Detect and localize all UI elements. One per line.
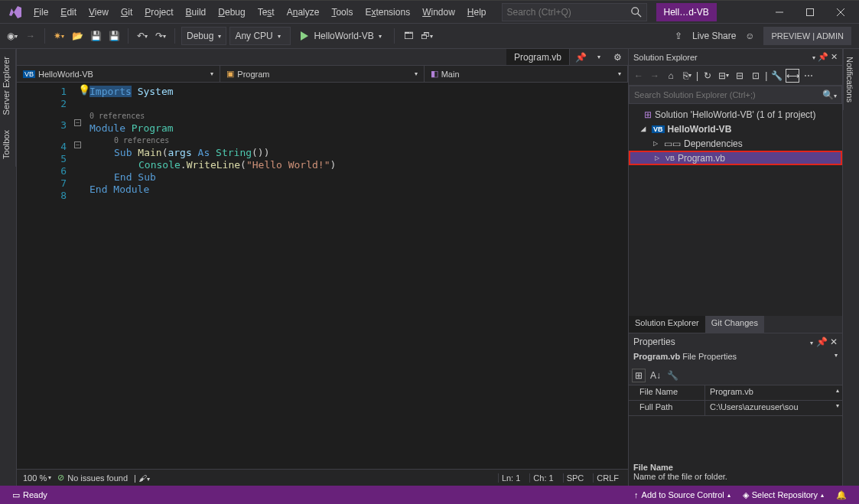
filter-icon[interactable]: ⊟▾ [717, 69, 730, 83]
menu-analyze[interactable]: Analyze [281, 4, 326, 21]
open-icon[interactable]: 📂 [70, 28, 85, 44]
close-icon[interactable]: ✕ [831, 52, 838, 61]
nav-member[interactable]: ◧Main▾ [425, 66, 628, 82]
lightbulb-icon[interactable]: 💡 [78, 84, 90, 96]
pin-icon[interactable]: 📌 [816, 337, 828, 347]
tab-server-explorer[interactable]: Server Explorer [0, 49, 16, 122]
panel-dropdown-icon[interactable]: ▾ [810, 340, 813, 346]
prop-val-fullpath[interactable]: C:\Users\azureuser\sou [705, 401, 803, 415]
redo-icon[interactable]: ↷▾ [153, 28, 168, 44]
close-button[interactable] [825, 1, 856, 24]
maximize-button[interactable] [795, 1, 825, 24]
no-issues-indicator[interactable]: ⊘No issues found [57, 473, 128, 483]
file-node[interactable]: ▷VBProgram.vb [629, 151, 842, 165]
svg-rect-3 [807, 8, 814, 15]
tab-toolbox[interactable]: Toolbox [0, 122, 16, 167]
solution-tree[interactable]: ⊞Solution 'HelloWorld-VB' (1 of 1 projec… [629, 104, 842, 316]
new-item-icon[interactable]: ✷▾ [51, 28, 67, 44]
categorize-icon[interactable]: ⊞ [632, 369, 646, 382]
fwd-icon[interactable]: → [648, 69, 662, 83]
config-dropdown[interactable]: Debug▾ [181, 27, 226, 45]
platform-dropdown[interactable]: Any CPU▾ [229, 27, 291, 45]
menu-tools[interactable]: Tools [325, 4, 359, 21]
menu-help[interactable]: Help [461, 4, 493, 21]
select-repository[interactable]: ◈ Select Repository ▴ [737, 490, 830, 500]
sort-icon[interactable]: A↓ [649, 369, 662, 382]
start-debug-button[interactable]: HelloWorld-VB▾ [294, 27, 387, 45]
tool-icon-1[interactable]: 🗔 [401, 28, 416, 44]
document-tab[interactable]: Program.vb [506, 49, 570, 65]
code-content[interactable]: 💡 Imports System 0 references Module Pro… [89, 83, 628, 469]
nav-project[interactable]: VBHelloWorld-VB▾ [17, 66, 220, 82]
minimize-button[interactable] [764, 1, 795, 24]
project-node[interactable]: ◢VBHelloWorld-VB [629, 122, 842, 136]
save-all-icon[interactable]: 💾 [106, 28, 122, 44]
home-icon[interactable]: ⌂ [664, 69, 678, 83]
properties-grid[interactable]: File NameProgram.vb▴ Full PathC:\Users\a… [629, 385, 842, 458]
collapse-icon[interactable]: ⊟ [733, 69, 747, 83]
property-description: File Name Name of the file or folder. [629, 458, 842, 486]
line-indicator[interactable]: Ln: 1 [498, 473, 523, 483]
collapse-up-icon[interactable]: ▴ [833, 385, 842, 400]
vs-logo-icon [6, 3, 24, 21]
live-share-label[interactable]: Live Share [692, 31, 736, 41]
props-page-icon[interactable]: 🔧 [665, 369, 679, 382]
menu-test[interactable]: Test [252, 4, 281, 21]
search-icon: 🔍▾ [822, 89, 837, 100]
tab-git-changes[interactable]: Git Changes [705, 316, 764, 333]
tab-notifications[interactable]: Notifications [843, 49, 856, 110]
menu-extensions[interactable]: Extensions [359, 4, 416, 21]
lineending-indicator[interactable]: CRLF [593, 473, 622, 483]
preview-icon[interactable]: ⟷ [786, 69, 799, 83]
more-icon[interactable]: ⋯ [802, 69, 815, 83]
back-icon[interactable]: ← [632, 69, 646, 83]
pin-icon[interactable]: 📌 [818, 52, 828, 61]
nav-fwd-icon[interactable]: → [23, 28, 38, 44]
menu-edit[interactable]: Edit [54, 4, 83, 21]
dependencies-node[interactable]: ▷▭▭Dependencies [629, 136, 842, 151]
feedback-icon[interactable]: ☺ [742, 28, 757, 44]
zoom-selector[interactable]: 100 % ▾ [23, 473, 51, 483]
solution-search-input[interactable] [634, 90, 822, 99]
properties-icon[interactable]: 🔧 [770, 69, 783, 83]
col-indicator[interactable]: Ch: 1 [529, 473, 556, 483]
add-source-control[interactable]: ↑ Add to Source Control ▴ [628, 490, 737, 499]
prop-val-filename[interactable]: Program.vb [705, 385, 758, 400]
code-editor[interactable]: 12345678 − − 💡 Imports System 0 referenc… [17, 83, 628, 469]
menu-view[interactable]: View [83, 4, 115, 21]
menu-project[interactable]: Project [138, 4, 179, 21]
undo-icon[interactable]: ↶▾ [135, 28, 150, 44]
close-icon[interactable]: ✕ [830, 337, 838, 347]
nav-back-icon[interactable]: ◉▾ [5, 28, 20, 44]
switch-view-icon[interactable]: ⎘▾ [680, 69, 694, 83]
notifications-bell-icon[interactable]: 🔔 [830, 490, 853, 500]
save-icon[interactable]: 💾 [88, 28, 103, 44]
menu-debug[interactable]: Debug [212, 4, 251, 21]
show-all-icon[interactable]: ⊡ [749, 69, 763, 83]
search-input[interactable] [507, 7, 631, 18]
menu-window[interactable]: Window [416, 4, 461, 21]
menu-build[interactable]: Build [180, 4, 213, 21]
svg-line-1 [637, 13, 640, 16]
solution-node[interactable]: ⊞Solution 'HelloWorld-VB' (1 of 1 projec… [629, 107, 842, 122]
sync-icon[interactable]: ↻ [701, 69, 714, 83]
menu-git[interactable]: Git [115, 4, 138, 21]
properties-object[interactable]: Program.vb File Properties ▾ [629, 350, 842, 366]
nav-type[interactable]: ▣Program▾ [220, 66, 424, 82]
live-share-icon[interactable]: ⇪ [671, 28, 686, 44]
spaces-indicator[interactable]: SPC [563, 473, 587, 483]
preview-admin-badge[interactable]: PREVIEW | ADMIN [763, 27, 851, 45]
pin-icon[interactable]: 📌 [573, 50, 588, 65]
health-indicator[interactable]: | 🖌▾ [134, 473, 150, 483]
tab-menu-icon[interactable]: ▾ [591, 50, 607, 65]
gear-icon[interactable]: ⚙ [610, 50, 625, 65]
solution-search[interactable]: 🔍▾ [629, 86, 842, 104]
expand-down-icon[interactable]: ▾ [833, 401, 842, 415]
search-box[interactable] [502, 3, 647, 21]
tab-solution-explorer[interactable]: Solution Explorer [629, 316, 705, 333]
statusbar: ▭ Ready ↑ Add to Source Control ▴ ◈ Sele… [0, 486, 859, 504]
right-panel-tabs: Solution Explorer Git Changes [629, 316, 842, 333]
menu-file[interactable]: File [28, 4, 54, 21]
tool-icon-2[interactable]: 🗗▾ [419, 28, 434, 44]
panel-dropdown-icon[interactable]: ▾ [812, 54, 815, 61]
